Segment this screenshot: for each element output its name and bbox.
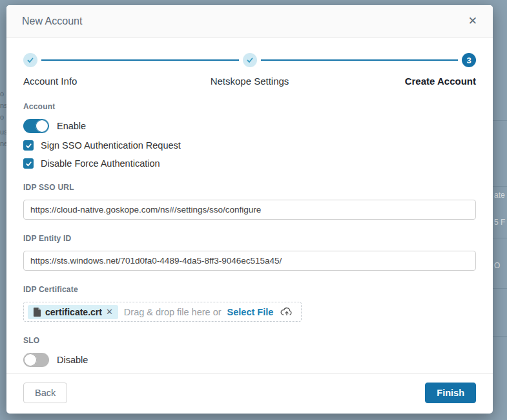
step-label-create-account: Create Account — [325, 76, 476, 87]
toggle-knob — [36, 120, 48, 132]
remove-file-icon[interactable]: ✕ — [106, 307, 113, 317]
stepper-connector — [261, 59, 459, 61]
enable-toggle[interactable] — [23, 119, 49, 133]
slo-section-label: SLO — [23, 336, 476, 345]
idp-entity-id-label: IDP Entity ID — [23, 234, 476, 243]
background-divider-line — [493, 238, 507, 238]
back-button[interactable]: Back — [23, 383, 67, 403]
check-icon — [25, 142, 32, 149]
check-icon — [246, 56, 254, 64]
close-icon[interactable]: ✕ — [468, 16, 477, 26]
background-text-fragment: o — [0, 114, 4, 121]
background-divider-line — [493, 336, 507, 337]
idp-certificate-label: IDP Certificate — [23, 285, 476, 294]
new-account-dialog: New Account ✕ 3 Account Info Netsk — [6, 5, 493, 414]
check-icon — [26, 56, 34, 64]
file-icon — [33, 307, 41, 317]
drop-file-hint: Drag & drop file here or — [124, 307, 222, 317]
background-text-fragment: O — [494, 262, 500, 269]
step-2-netskope-settings[interactable] — [243, 53, 257, 67]
stepper-connector — [41, 59, 239, 61]
dialog-body: 3 Account Info Netskope Settings Create … — [6, 37, 493, 373]
background-text-fragment: 5 F — [494, 218, 505, 226]
select-file-link[interactable]: Select File — [227, 307, 274, 317]
step-label-account-info: Account Info — [23, 76, 174, 87]
wizard-stepper: 3 — [23, 53, 476, 67]
background-text-fragment: ate — [494, 191, 505, 199]
disable-force-auth-checkbox[interactable] — [23, 158, 34, 169]
stepper-labels: Account Info Netskope Settings Create Ac… — [23, 76, 476, 87]
account-section-label: Account — [23, 102, 476, 111]
step-number: 3 — [466, 56, 471, 65]
background-divider-line — [493, 186, 507, 187]
step-3-create-account[interactable]: 3 — [462, 53, 476, 67]
idp-sso-url-label: IDP SSO URL — [23, 183, 476, 192]
background-text-fragment: o — [0, 90, 4, 98]
step-label-netskope-settings: Netskope Settings — [174, 76, 326, 87]
slo-toggle-row: Disable — [23, 353, 476, 367]
sign-sso-checkbox-row: Sign SSO Authentication Request — [23, 140, 476, 151]
background-page-left-edge: onsousne — [0, 0, 6, 420]
upload-cloud-icon — [280, 307, 293, 317]
disable-force-auth-checkbox-row: Disable Force Authentication — [23, 158, 476, 169]
dialog-header: New Account ✕ — [6, 5, 493, 37]
dialog-footer: Back Finish — [6, 373, 493, 414]
certificate-dropzone[interactable]: certificate.crt ✕ Drag & drop file here … — [23, 302, 302, 322]
idp-entity-id-input[interactable] — [23, 251, 476, 271]
toggle-knob — [24, 353, 37, 366]
enable-toggle-row: Enable — [23, 119, 476, 133]
background-page-right-edge: ate5 FO — [493, 0, 507, 420]
dialog-title: New Account — [22, 16, 82, 27]
sign-sso-checkbox-label: Sign SSO Authentication Request — [41, 140, 181, 151]
background-divider-line — [493, 288, 507, 289]
slo-toggle[interactable] — [23, 353, 49, 367]
idp-sso-url-input[interactable] — [23, 200, 476, 220]
slo-toggle-label: Disable — [57, 355, 88, 365]
step-1-account-info[interactable] — [23, 53, 37, 67]
check-icon — [25, 160, 32, 167]
certificate-file-chip: certificate.crt ✕ — [28, 305, 118, 319]
background-divider-line — [493, 120, 507, 121]
disable-force-auth-checkbox-label: Disable Force Authentication — [41, 158, 160, 169]
certificate-file-name: certificate.crt — [45, 307, 102, 317]
enable-toggle-label: Enable — [57, 121, 86, 131]
sign-sso-checkbox[interactable] — [23, 140, 34, 151]
finish-button[interactable]: Finish — [425, 383, 476, 403]
